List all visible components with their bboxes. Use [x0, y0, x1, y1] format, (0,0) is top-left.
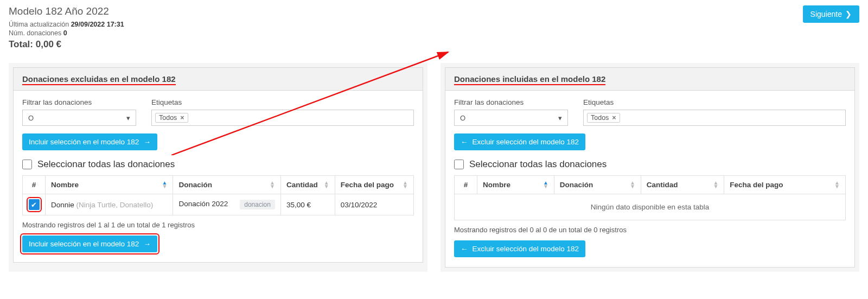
tags-label: Etiquetas [583, 98, 846, 106]
row-checkbox[interactable]: ✔ [29, 199, 40, 210]
col-amount-label: Cantidad [647, 181, 678, 189]
total-value: 0,00 € [36, 39, 61, 49]
select-all-checkbox[interactable] [22, 160, 32, 169]
excluded-panel: Donaciones excluidas en el modelo 182 Fi… [13, 67, 423, 263]
col-name[interactable]: Nombre ▲▼ [477, 176, 554, 194]
select-all-label[interactable]: Seleccionar todas las donaciones [37, 159, 175, 170]
next-button-label: Siguiente [810, 10, 842, 18]
sort-icon: ▲▼ [324, 181, 329, 188]
page-title: Modelo 182 Año 2022 [9, 5, 124, 17]
empty-text: Ningún dato disponible en esta tabla [455, 194, 846, 220]
select-all-label[interactable]: Seleccionar todas las donaciones [469, 159, 607, 170]
col-amount[interactable]: Cantidad ▲▼ [641, 176, 724, 194]
row-donation: Donación 2022 [178, 200, 228, 208]
total: Total: 0,00 € [9, 39, 124, 50]
row-donation-badge: donacion [240, 200, 275, 209]
col-donation-label: Donación [560, 181, 593, 189]
filter-donations-value: O [460, 114, 465, 122]
tag-chip-label: Todos [591, 114, 609, 122]
filter-donations-value: O [28, 114, 34, 122]
arrow-left-icon: ← [461, 138, 468, 146]
filter-donations-label: Filtrar las donaciones [454, 98, 568, 106]
row-name: Donnie [51, 201, 74, 209]
table-row[interactable]: ✔ Donnie (Ninja Turtle, Donatello) Donac… [23, 194, 414, 215]
filter-donations-select[interactable]: O ▾ [22, 110, 136, 126]
sort-icon: ▲▼ [834, 181, 840, 188]
col-amount[interactable]: Cantidad ▲▼ [280, 176, 335, 194]
col-hash[interactable]: # [455, 176, 477, 194]
arrow-right-icon: → [143, 138, 151, 146]
col-name-label: Nombre [483, 181, 510, 189]
col-payment-date-label: Fecha del pago [341, 181, 394, 189]
select-all-checkbox[interactable] [454, 160, 464, 169]
col-amount-label: Cantidad [286, 181, 318, 189]
included-panel-title: Donaciones incluidas en el modelo 182 [454, 74, 605, 84]
excluded-table: # Nombre ▲▼ Donación ▲▼ Cantidad ▲▼ [22, 175, 414, 215]
chevron-right-icon: ❯ [845, 10, 852, 18]
empty-row: Ningún dato disponible en esta tabla [455, 194, 846, 220]
filter-donations-label: Filtrar las donaciones [22, 98, 136, 106]
sort-icon: ▲▼ [162, 181, 168, 188]
filter-donations-select[interactable]: O ▾ [454, 110, 568, 126]
included-panel: Donaciones incluidas en el modelo 182 Fi… [445, 67, 855, 268]
last-update: Última actualización 29/09/2022 17:31 [9, 21, 124, 28]
col-payment-date[interactable]: Fecha del pago ▲▼ [335, 176, 413, 194]
sort-icon: ▲▼ [403, 181, 408, 188]
excluded-panel-header: Donaciones excluidas en el modelo 182 [14, 68, 423, 91]
sort-icon: ▲▼ [270, 181, 275, 188]
include-selection-button-bottom[interactable]: Incluir selección en el modelo 182 → [22, 236, 157, 252]
include-selection-label: Incluir selección en el modelo 182 [29, 240, 139, 248]
cell-date: 03/10/2022 [335, 194, 413, 215]
col-hash[interactable]: # [23, 176, 46, 194]
num-donations-label: Núm. donaciones [9, 29, 61, 37]
tags-input[interactable]: Todos × [151, 110, 414, 126]
last-update-label: Última actualización [9, 21, 69, 28]
table-info: Mostrando registros del 1 al 1 de un tot… [22, 221, 414, 229]
sort-icon: ▲▼ [543, 181, 548, 188]
tag-chip[interactable]: Todos × [155, 113, 188, 123]
arrow-right-icon: → [143, 240, 151, 248]
cell-amount: 35,00 € [280, 194, 335, 215]
arrow-left-icon: ← [461, 245, 468, 253]
exclude-selection-button-top[interactable]: ← Excluir selección del modelo 182 [454, 133, 585, 150]
tags-input[interactable]: Todos × [583, 110, 846, 126]
caret-down-icon: ▾ [126, 114, 130, 122]
excluded-panel-title: Donaciones excluidas en el modelo 182 [22, 74, 176, 84]
num-donations: Núm. donaciones 0 [9, 29, 124, 37]
include-selection-button-top[interactable]: Incluir selección en el modelo 182 → [22, 133, 157, 150]
exclude-selection-label: Excluir selección del modelo 182 [473, 245, 579, 253]
caret-down-icon: ▾ [558, 114, 562, 122]
table-info: Mostrando registros del 0 al 0 de un tot… [454, 226, 846, 234]
tags-label: Etiquetas [151, 98, 414, 106]
col-donation[interactable]: Donación ▲▼ [173, 176, 281, 194]
total-label: Total: [9, 39, 33, 49]
next-button[interactable]: Siguiente ❯ [803, 5, 859, 23]
included-panel-header: Donaciones incluidas en el modelo 182 [445, 68, 854, 91]
col-payment-date[interactable]: Fecha del pago ▲▼ [724, 176, 846, 194]
tag-chip[interactable]: Todos × [587, 113, 620, 123]
include-selection-label: Incluir selección en el modelo 182 [29, 138, 139, 146]
tag-chip-label: Todos [159, 114, 177, 122]
last-update-value: 29/09/2022 17:31 [71, 21, 124, 28]
col-name[interactable]: Nombre ▲▼ [46, 176, 173, 194]
num-donations-value: 0 [63, 29, 67, 37]
col-name-label: Nombre [51, 181, 79, 189]
col-payment-date-label: Fecha del pago [730, 181, 783, 189]
included-table: # Nombre ▲▼ Donación ▲▼ Cantidad ▲▼ [454, 175, 846, 220]
sort-icon: ▲▼ [713, 181, 718, 188]
col-donation-label: Donación [178, 181, 212, 189]
tag-remove-icon[interactable]: × [180, 114, 184, 122]
sort-icon: ▲▼ [630, 181, 635, 188]
cell-name: Donnie (Ninja Turtle, Donatello) [46, 194, 173, 215]
cell-donation: Donación 2022 donacion [173, 194, 281, 215]
col-donation[interactable]: Donación ▲▼ [554, 176, 641, 194]
tag-remove-icon[interactable]: × [612, 114, 616, 122]
exclude-selection-button-bottom[interactable]: ← Excluir selección del modelo 182 [454, 240, 585, 257]
row-name-sub: (Ninja Turtle, Donatello) [76, 201, 154, 209]
exclude-selection-label: Excluir selección del modelo 182 [473, 138, 579, 146]
